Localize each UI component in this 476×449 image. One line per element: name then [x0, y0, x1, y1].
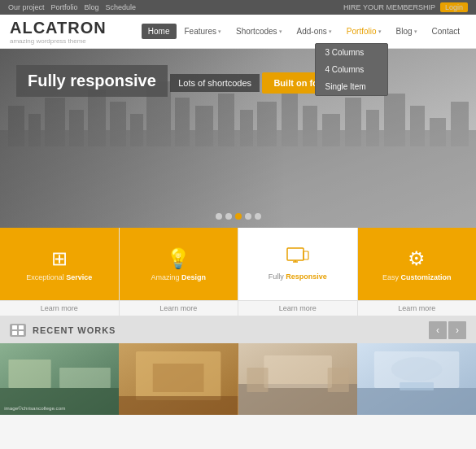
service-label: Exceptional Service [26, 273, 92, 281]
thumbnails-row: image©chrisancollege.com [0, 343, 476, 415]
dot-4[interactable] [245, 213, 251, 220]
features-section: ⊞ Exceptional Service 💡 Amazing Design F… [0, 228, 476, 301]
responsive-label: Fully Responsive [269, 272, 327, 281]
recent-works-left: RECENT WORKS [10, 324, 116, 337]
thumb-1[interactable]: image©chrisancollege.com [0, 343, 119, 415]
nav-item-features[interactable]: Features ▾ [178, 24, 228, 39]
learn-more-design[interactable]: Learn more [120, 301, 239, 316]
dropdown-3col[interactable]: 3 Columns [316, 44, 387, 61]
nav-item-contact[interactable]: Contact [426, 24, 466, 39]
design-label: Amazing Design [151, 273, 206, 281]
logo-area: ALCATRON amazing wordpress theme [10, 19, 107, 45]
main-nav: Home Features ▾ Shortcodes ▾ Add-ons ▾ P… [142, 24, 466, 39]
hero-subtitle: Lots of shortcodes [170, 74, 260, 92]
svg-rect-42 [264, 355, 332, 388]
logo-subtitle: amazing wordpress theme [10, 37, 107, 45]
nav-item-home[interactable]: Home [142, 24, 177, 39]
nav-item-shortcodes[interactable]: Shortcodes ▾ [229, 24, 289, 39]
svg-rect-34 [59, 368, 111, 388]
recent-works-nav: ‹ › [429, 321, 466, 339]
svg-rect-24 [304, 251, 308, 259]
logo-title: ALCATRON [10, 19, 107, 37]
topbar-link-1[interactable]: Portfolio [51, 3, 78, 11]
svg-rect-46 [357, 388, 476, 415]
hero-section: Fully responsive Lots of shortcodes Buil… [0, 49, 476, 228]
custom-icon: ⚙ [408, 247, 426, 270]
dot-2[interactable] [225, 213, 232, 220]
learn-more-custom[interactable]: Learn more [358, 301, 477, 316]
thumb-3[interactable] [238, 343, 357, 415]
feature-responsive[interactable]: Fully Responsive [238, 228, 358, 300]
learn-more-row: Learn more Learn more Learn more Learn m… [0, 301, 476, 317]
top-bar: Our project Portfolio Blog Schedule HIRE… [0, 0, 476, 15]
topbar-link-0[interactable]: Our project [8, 3, 45, 11]
svg-rect-23 [287, 248, 304, 260]
feature-design[interactable]: 💡 Amazing Design [120, 228, 239, 300]
nav-item-addons[interactable]: Add-ons ▾ [290, 24, 338, 39]
dot-1[interactable] [216, 213, 222, 220]
svg-rect-49 [400, 382, 434, 390]
svg-rect-30 [19, 331, 24, 335]
svg-rect-33 [8, 360, 50, 388]
hero-title: Fully responsive [16, 65, 168, 97]
recent-works-next[interactable]: › [448, 321, 466, 339]
design-icon: 💡 [166, 247, 190, 270]
learn-more-responsive[interactable]: Learn more [238, 301, 358, 316]
header: ALCATRON amazing wordpress theme Home Fe… [0, 15, 476, 49]
nav-item-blog[interactable]: Blog ▾ [390, 24, 424, 39]
top-bar-links: Our project Portfolio Blog Schedule [8, 3, 136, 11]
topbar-membership-text: HIRE YOUR MEMBERSHIP [343, 3, 435, 11]
svg-point-48 [391, 357, 443, 381]
svg-rect-32 [0, 388, 119, 415]
svg-rect-28 [19, 325, 24, 329]
hero-dots [216, 213, 261, 220]
portfolio-dropdown: 3 Columns 4 Columns Single Item [315, 43, 388, 96]
svg-rect-29 [12, 331, 17, 335]
top-bar-right: HIRE YOUR MEMBERSHIP Login [343, 2, 468, 12]
nav-item-portfolio[interactable]: Portfolio ▾ [340, 24, 388, 39]
svg-rect-38 [153, 364, 204, 392]
thumb-4[interactable] [357, 343, 476, 415]
nav-portfolio-container: Portfolio ▾ 3 Columns 4 Columns Single I… [340, 24, 388, 39]
svg-rect-43 [247, 368, 268, 392]
svg-rect-44 [327, 368, 348, 392]
topbar-link-2[interactable]: Blog [85, 3, 99, 11]
feature-custom[interactable]: ⚙ Easy Customization [358, 228, 477, 300]
custom-label: Easy Customization [382, 273, 452, 281]
thumb-2[interactable] [119, 343, 238, 415]
service-icon: ⊞ [51, 247, 68, 270]
svg-rect-27 [12, 325, 17, 329]
svg-rect-39 [119, 396, 238, 415]
responsive-icon [286, 247, 309, 269]
recent-works-icon [10, 324, 26, 337]
feature-service[interactable]: ⊞ Exceptional Service [0, 228, 120, 300]
svg-text:image©chrisancollege.com: image©chrisancollege.com [4, 405, 65, 411]
dot-5[interactable] [255, 213, 261, 220]
recent-works-title: RECENT WORKS [33, 325, 116, 335]
dot-3[interactable] [235, 213, 242, 220]
login-button[interactable]: Login [440, 2, 468, 12]
dropdown-4col[interactable]: 4 Columns [316, 61, 387, 78]
learn-more-service[interactable]: Learn more [0, 301, 120, 316]
recent-works-header: RECENT WORKS ‹ › [0, 317, 476, 343]
topbar-link-3[interactable]: Schedule [106, 3, 137, 11]
recent-works-prev[interactable]: ‹ [429, 321, 447, 339]
dropdown-single[interactable]: Single Item [316, 78, 387, 95]
